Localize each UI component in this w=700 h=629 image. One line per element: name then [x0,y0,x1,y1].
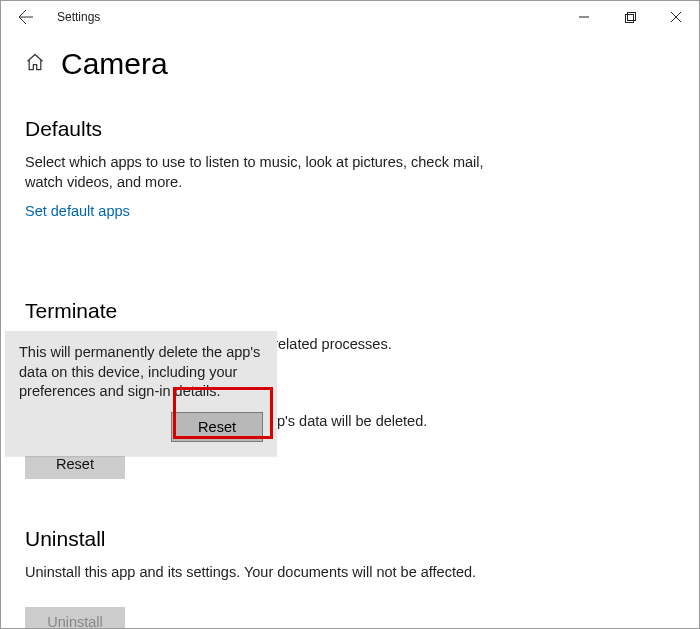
window-controls [561,1,699,33]
minimize-button[interactable] [561,1,607,33]
svg-rect-1 [625,14,633,22]
terminate-heading: Terminate [25,299,675,323]
uninstall-section: Uninstall Uninstall this app and its set… [25,527,625,629]
back-button[interactable] [9,1,43,33]
reset-confirmation-tooltip: This will permanently delete the app's d… [5,331,277,456]
page-title: Camera [61,47,168,81]
maximize-button[interactable] [607,1,653,33]
defaults-section: Defaults Select which apps to use to lis… [25,117,675,259]
uninstall-button: Uninstall [25,607,125,629]
defaults-heading: Defaults [25,117,675,141]
titlebar: Settings [1,1,699,33]
uninstall-heading: Uninstall [25,527,625,551]
reset-confirmation-text: This will permanently delete the app's d… [19,343,263,402]
svg-rect-2 [627,12,635,20]
reset-description-partial: p's data will be deleted. [277,413,427,429]
reset-confirm-button[interactable]: Reset [171,412,263,442]
home-icon[interactable] [25,52,45,76]
back-arrow-icon [18,9,34,25]
window-title: Settings [57,10,100,24]
page-header: Camera [25,47,675,81]
uninstall-description: Uninstall this app and its settings. You… [25,563,495,583]
close-button[interactable] [653,1,699,33]
defaults-description: Select which apps to use to listen to mu… [25,153,495,192]
set-default-apps-link[interactable]: Set default apps [25,203,130,219]
